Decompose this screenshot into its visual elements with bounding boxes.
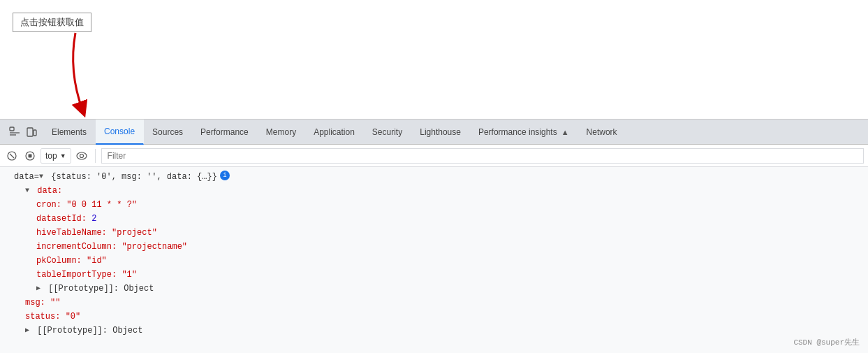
toolbar-divider (95, 149, 96, 163)
watermark: CSDN @super先生 (793, 337, 860, 347)
console-toolbar: top ▼ (0, 145, 868, 167)
svg-rect-4 (34, 130, 36, 136)
console-line-datasetid: datasetId: 2 (0, 212, 868, 226)
tab-lighthouse[interactable]: Lighthouse (411, 120, 470, 145)
devtools-panel: Elements Console Sources Performance Mem… (0, 119, 868, 353)
clear-console-icon[interactable] (4, 148, 20, 164)
console-line-prototype-data: ▶ [[Prototype]]: Object (0, 282, 868, 296)
svg-rect-8 (29, 154, 32, 157)
data-prefix: data= (14, 171, 39, 183)
tab-performance[interactable]: Performance (192, 120, 258, 145)
tab-console[interactable]: Console (96, 120, 144, 145)
console-output: data= ▼ {status: '0', msg: '', data: {…}… (0, 167, 868, 353)
tab-memory[interactable]: Memory (258, 120, 305, 145)
page-area: 点击按钮获取值 (0, 0, 868, 119)
dropdown-arrow-icon: ▼ (60, 152, 66, 159)
root-preview: {status: '0', msg: '', data: {…}} (46, 171, 217, 183)
inspect-icon[interactable] (8, 126, 21, 138)
tab-network[interactable]: Network (578, 120, 626, 145)
context-selector[interactable]: top ▼ (41, 148, 71, 164)
arrow-indicator (61, 29, 103, 113)
expand-data-icon[interactable]: ▼ (25, 185, 32, 197)
filter-input[interactable] (101, 148, 864, 164)
svg-rect-0 (10, 127, 14, 131)
console-line-tableimporttype: tableImportType: "1" (0, 268, 868, 282)
tab-bar-icons (3, 126, 43, 138)
console-line-pkcolumn: pkColumn: "id" (0, 254, 868, 268)
svg-line-6 (10, 154, 14, 158)
device-toggle-icon[interactable] (25, 126, 38, 138)
console-line-root: data= ▼ {status: '0', msg: '', data: {…}… (0, 170, 868, 184)
svg-rect-3 (27, 128, 33, 136)
stop-log-icon[interactable] (22, 148, 38, 164)
svg-point-10 (80, 154, 83, 157)
console-line-cron: cron: "0 0 11 * * ?" (0, 198, 868, 212)
console-line-msg: msg: "" (0, 296, 868, 310)
console-line-incrementcolumn: incrementColumn: "projectname" (0, 240, 868, 254)
tab-elements[interactable]: Elements (43, 120, 96, 145)
tab-performance-insights[interactable]: Performance insights ▲ (470, 120, 578, 145)
tab-bar: Elements Console Sources Performance Mem… (0, 120, 868, 145)
eye-icon[interactable] (74, 148, 89, 164)
svg-point-9 (77, 152, 87, 159)
console-line-data: ▼ data: (0, 184, 868, 198)
console-line-hivetablename: hiveTableName: "project" (0, 226, 868, 240)
console-line-status: status: "0" (0, 310, 868, 324)
tab-application[interactable]: Application (305, 120, 364, 145)
tab-security[interactable]: Security (364, 120, 411, 145)
info-icon[interactable]: i (220, 171, 230, 180)
expand-root-icon[interactable]: ▼ (39, 171, 46, 183)
console-line-prototype-root: ▶ [[Prototype]]: Object (0, 324, 868, 338)
expand-prototype-root-icon[interactable]: ▶ (25, 324, 32, 337)
tab-sources[interactable]: Sources (144, 120, 192, 145)
expand-prototype-data-icon[interactable]: ▶ (36, 282, 43, 295)
notification-badge: ▲ (561, 128, 569, 136)
